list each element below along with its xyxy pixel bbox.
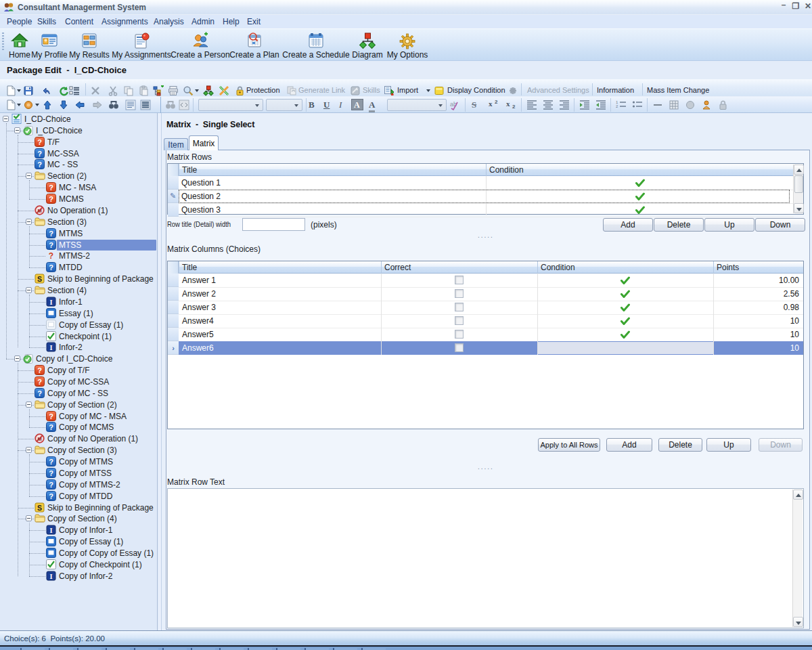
svg-text:M: M	[37, 208, 41, 214]
svg-text:?: ?	[49, 183, 53, 192]
svg-text:?: ?	[49, 423, 53, 431]
svg-text:?: ?	[49, 458, 53, 466]
svg-text:?: ?	[49, 492, 53, 500]
svg-text:?: ?	[37, 366, 42, 374]
svg-text:?: ?	[49, 251, 53, 261]
svg-text:?: ?	[49, 469, 53, 477]
svg-text:I: I	[49, 299, 52, 306]
svg-text:?: ?	[37, 138, 42, 146]
svg-text:S: S	[37, 504, 42, 512]
svg-text:?: ?	[37, 150, 42, 158]
svg-text:?: ?	[49, 241, 53, 249]
svg-text:2: 2	[616, 104, 618, 108]
svg-text:?: ?	[49, 195, 53, 203]
svg-text:I: I	[49, 527, 52, 534]
svg-text:I: I	[49, 573, 52, 580]
svg-text:I: I	[49, 344, 52, 351]
svg-text:?: ?	[49, 481, 53, 489]
svg-text:?: ?	[37, 160, 42, 169]
svg-text:S: S	[37, 275, 42, 283]
svg-text:?: ?	[37, 378, 42, 386]
svg-text:M: M	[37, 436, 41, 442]
svg-text:?: ?	[49, 412, 53, 420]
svg-text:?: ?	[37, 389, 42, 397]
svg-text:?: ?	[49, 230, 53, 238]
svg-text:?: ?	[49, 263, 53, 272]
